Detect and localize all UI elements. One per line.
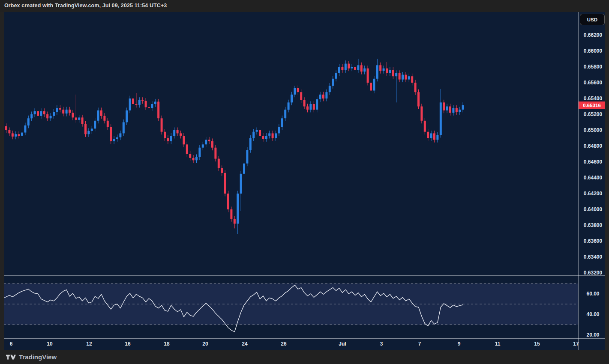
tradingview-logo-text: TradingView: [19, 353, 57, 361]
price-axis-label: 0.63200: [581, 269, 605, 276]
time-axis-label: 12: [86, 340, 92, 347]
time-axis-label: Jul: [339, 340, 346, 347]
time-axis-label: 20: [202, 340, 208, 347]
time-axis-label: 9: [458, 340, 461, 347]
price-axis-label: 0.63800: [581, 222, 605, 229]
price-axis-label: 0.63400: [581, 254, 605, 260]
rsi-axis-label: 60.00: [581, 290, 605, 297]
price-axis-label: 0.64200: [581, 190, 605, 197]
last-price-badge: 0.65316: [579, 101, 605, 109]
time-axis-label: 16: [125, 340, 130, 347]
time-axis-label: 3: [380, 340, 383, 347]
tradingview-logo-link[interactable]: TradingView: [6, 353, 57, 361]
chart-canvas[interactable]: [4, 12, 605, 350]
chart-watermark-title: Orbex created with TradingView.com, Jul …: [4, 3, 167, 9]
time-axis-label: 6: [10, 340, 13, 347]
price-axis-label: 0.65600: [581, 79, 605, 86]
time-axis-label: 11: [495, 340, 501, 347]
footer-bar: TradingView: [0, 350, 609, 364]
price-axis-label: 0.66200: [581, 32, 605, 39]
time-axis-label: 24: [242, 340, 247, 347]
time-axis-label: 15: [534, 340, 540, 347]
price-axis-label: 0.65000: [581, 127, 605, 134]
price-axis-label: 0.64800: [581, 143, 605, 149]
price-axis-label: 0.63600: [581, 238, 605, 245]
price-axis-label: 0.64400: [581, 174, 605, 181]
tradingview-logo-icon: [6, 354, 16, 361]
time-axis-label: 17: [573, 340, 579, 347]
time-axis-label: 7: [418, 340, 421, 347]
time-axis-label: 26: [281, 340, 286, 347]
time-axis-label: 10: [47, 340, 52, 347]
currency-toggle-button[interactable]: USD: [580, 14, 605, 25]
price-axis-label: 0.65200: [581, 111, 605, 118]
tradingview-screenshot: Orbex created with TradingView.com, Jul …: [0, 0, 609, 364]
time-axis-label: 18: [164, 340, 169, 347]
rsi-axis-label: 40.00: [581, 311, 605, 318]
price-axis-label: 0.65800: [581, 63, 605, 70]
chart-area[interactable]: 0.662000.660000.658000.656000.654000.652…: [4, 12, 605, 350]
price-axis-label: 0.64600: [581, 158, 605, 165]
header-bar: Orbex created with TradingView.com, Jul …: [0, 0, 609, 12]
price-axis-label: 0.64000: [581, 206, 605, 213]
rsi-axis-label: 20.00: [581, 331, 605, 338]
price-axis-label: 0.66000: [581, 48, 605, 54]
